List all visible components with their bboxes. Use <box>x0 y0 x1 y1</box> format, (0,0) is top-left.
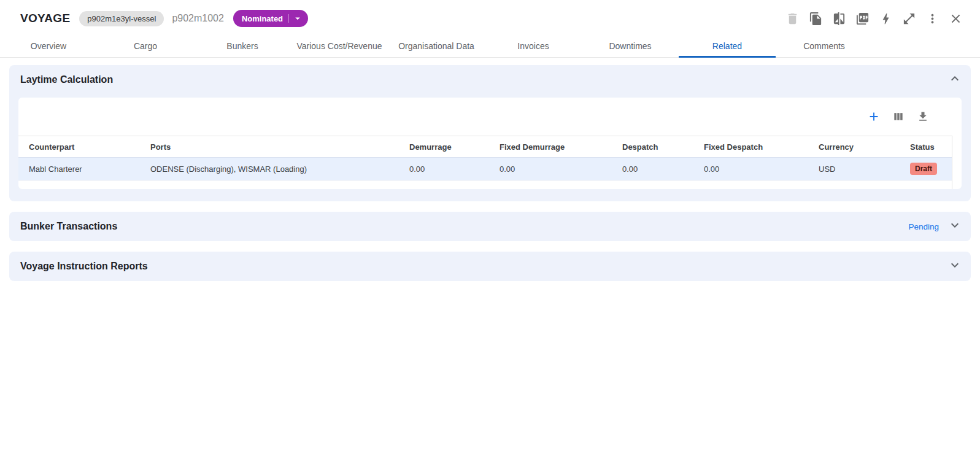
cell-currency[interactable]: USD <box>808 158 900 180</box>
close-icon[interactable] <box>949 12 963 26</box>
pending-status-link[interactable]: Pending <box>908 222 939 231</box>
cell-status[interactable]: Draft <box>900 158 952 180</box>
columns-icon[interactable] <box>892 110 905 123</box>
vessel-chip: p902m1e3yl-vessel <box>79 11 164 26</box>
bunker-section-title: Bunker Transactions <box>20 221 117 232</box>
compare-icon[interactable] <box>832 12 846 26</box>
tab-bar: Overview Cargo Bunkers Various Cost/Reve… <box>0 37 980 58</box>
table-header-row: Counterpart Ports Demurrage Fixed Demurr… <box>18 136 952 158</box>
chevron-down-icon[interactable] <box>947 218 962 235</box>
tab-various-cost-revenue[interactable]: Various Cost/Revenue <box>291 37 388 57</box>
voyage-code: p902m1002 <box>172 13 224 24</box>
status-badge: Draft <box>910 163 937 175</box>
chevron-up-icon[interactable] <box>947 71 962 88</box>
cell-demurrage[interactable]: 0.00 <box>399 158 489 180</box>
pdf-export-icon[interactable] <box>855 12 870 26</box>
vir-section-header[interactable]: Voyage Instruction Reports <box>9 252 971 281</box>
cell-despatch[interactable]: 0.00 <box>612 158 693 180</box>
bolt-icon[interactable] <box>879 12 893 26</box>
col-header-fixed-demurrage: Fixed Demurrage <box>489 136 612 158</box>
voyage-status-dropdown[interactable]: Nominated <box>233 10 308 27</box>
tab-overview[interactable]: Overview <box>0 37 97 57</box>
delete-icon[interactable] <box>785 12 800 26</box>
laytime-section-body: Counterpart Ports Demurrage Fixed Demurr… <box>9 95 971 201</box>
table-row[interactable]: Mabl Charterer ODENSE (Discharging), WIS… <box>18 158 952 180</box>
download-icon[interactable] <box>916 110 930 123</box>
caret-down-icon <box>292 13 303 24</box>
laytime-table-toolbar <box>18 98 962 136</box>
col-header-despatch: Despatch <box>612 136 693 158</box>
tab-related[interactable]: Related <box>679 37 776 57</box>
chevron-down-icon[interactable] <box>947 258 962 275</box>
header-action-icons <box>785 12 963 26</box>
main-content: Laytime Calculation <box>0 58 980 281</box>
page-title: VOYAGE <box>20 12 70 25</box>
vir-section-title: Voyage Instruction Reports <box>20 261 148 272</box>
col-header-fixed-despatch: Fixed Despatch <box>693 136 808 158</box>
laytime-section-header[interactable]: Laytime Calculation <box>9 65 971 95</box>
tab-organisational-data[interactable]: Organisational Data <box>388 37 485 57</box>
section-voyage-instruction-reports: Voyage Instruction Reports <box>9 252 971 281</box>
tab-downtimes[interactable]: Downtimes <box>582 37 679 57</box>
cell-counterpart[interactable]: Mabl Charterer <box>18 158 140 180</box>
col-header-currency: Currency <box>808 136 900 158</box>
tab-cargo[interactable]: Cargo <box>97 37 194 57</box>
section-bunker-transactions: Bunker Transactions Pending <box>9 212 971 241</box>
cell-fixed-despatch[interactable]: 0.00 <box>693 158 808 180</box>
cell-ports[interactable]: ODENSE (Discharging), WISMAR (Loading) <box>140 158 399 180</box>
window-header: VOYAGE p902m1e3yl-vessel p902m1002 Nomin… <box>0 0 980 37</box>
laytime-table: Counterpart Ports Demurrage Fixed Demurr… <box>18 136 952 180</box>
tab-invoices[interactable]: Invoices <box>485 37 582 57</box>
laytime-table-card: Counterpart Ports Demurrage Fixed Demurr… <box>18 98 962 189</box>
cell-fixed-demurrage[interactable]: 0.00 <box>489 158 612 180</box>
col-header-ports: Ports <box>140 136 399 158</box>
expand-icon[interactable] <box>902 12 916 26</box>
bunker-section-header[interactable]: Bunker Transactions Pending <box>9 212 971 241</box>
tab-comments[interactable]: Comments <box>776 37 873 57</box>
tab-bunkers[interactable]: Bunkers <box>194 37 291 57</box>
col-header-demurrage: Demurrage <box>399 136 489 158</box>
voyage-status-label: Nominated <box>242 14 283 23</box>
col-header-counterpart: Counterpart <box>18 136 140 158</box>
table-scrollbar-gutter[interactable] <box>952 136 962 189</box>
button-divider <box>288 14 289 23</box>
col-header-status: Status <box>900 136 952 158</box>
copy-icon[interactable] <box>809 12 823 26</box>
laytime-section-title: Laytime Calculation <box>20 74 113 85</box>
more-options-icon[interactable] <box>925 12 939 26</box>
laytime-table-zone: Counterpart Ports Demurrage Fixed Demurr… <box>18 136 962 189</box>
section-laytime-calculation: Laytime Calculation <box>9 65 971 201</box>
add-icon[interactable] <box>867 110 881 123</box>
